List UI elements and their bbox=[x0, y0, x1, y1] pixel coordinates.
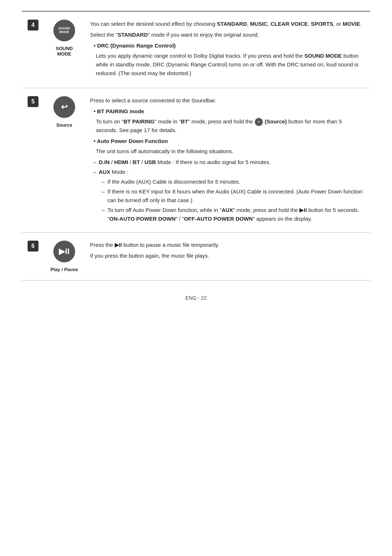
icon-label: SOUND MODE bbox=[50, 46, 78, 57]
row-number-badge: 5 bbox=[28, 96, 38, 107]
page-wrapper: 4SOUNDMODESOUND MODEYou can select the d… bbox=[22, 11, 370, 301]
sub-sub-list: If the Audio (AUX) Cable is disconnected… bbox=[107, 177, 364, 223]
playpause-icon: ▶II bbox=[59, 248, 69, 255]
content-paragraph: Press the ▶II button to pause a music fi… bbox=[90, 241, 364, 249]
sub-list: D.IN / HDMI / BT / USB Mode : If there i… bbox=[99, 158, 364, 176]
table-row: 5↩SourcePress to select a source connect… bbox=[22, 88, 370, 233]
row-number-cell: 6 bbox=[22, 233, 44, 281]
table-row: 6▶IIPlay / PausePress the ▶II button to … bbox=[22, 233, 370, 281]
icon-label: Source bbox=[50, 122, 78, 128]
bullet-item: DRC (Dynamic Range Control) bbox=[94, 41, 364, 50]
row-content-cell: Press the ▶II button to pause a music fi… bbox=[84, 233, 370, 281]
content-paragraph: Press to select a source connected to th… bbox=[90, 96, 364, 105]
sub-sub-list-item: If there is no KEY input for 8 hours whe… bbox=[107, 187, 364, 205]
row-content-cell: You can select the desired sound effect … bbox=[84, 11, 370, 88]
content-paragraph: To turn on "BT PAIRING" mode in "BT" mod… bbox=[96, 117, 364, 135]
row-number-badge: 6 bbox=[28, 241, 38, 252]
main-table: 4SOUNDMODESOUND MODEYou can select the d… bbox=[22, 11, 370, 281]
soundmode-icon: SOUNDMODE bbox=[58, 27, 70, 34]
row-icon-cell: SOUNDMODESOUND MODE bbox=[44, 11, 84, 88]
button-icon: ▶II bbox=[53, 241, 75, 262]
row-number-badge: 4 bbox=[28, 20, 38, 30]
source-icon: ↩ bbox=[61, 103, 68, 111]
button-icon: SOUNDMODE bbox=[53, 20, 75, 41]
content-paragraph: Select the "STANDARD" mode if you want t… bbox=[90, 30, 364, 39]
table-row: 4SOUNDMODESOUND MODEYou can select the d… bbox=[22, 11, 370, 88]
row-number-cell: 5 bbox=[22, 88, 44, 233]
icon-label: Play / Pause bbox=[50, 267, 78, 272]
page-footer: ENG - 22 bbox=[22, 295, 370, 301]
button-icon: ↩ bbox=[53, 96, 75, 118]
row-icon-cell: ↩Source bbox=[44, 88, 84, 233]
sub-sub-list-item: If the Audio (AUX) Cable is disconnected… bbox=[107, 177, 364, 186]
bullet-item: Auto Power Down Function bbox=[94, 137, 364, 146]
sub-sub-list-item: To turn off Auto Power Down function, wh… bbox=[107, 206, 364, 223]
content-paragraph: You can select the desired sound effect … bbox=[90, 20, 364, 28]
row-number-cell: 4 bbox=[22, 11, 44, 88]
content-paragraph: If you press the button again, the music… bbox=[90, 252, 364, 260]
content-paragraph: The unit turns off automatically in the … bbox=[96, 147, 364, 156]
footer-text: ENG - 22 bbox=[185, 295, 207, 301]
row-content-cell: Press to select a source connected to th… bbox=[84, 88, 370, 233]
content-paragraph: Lets you apply dynamic range control to … bbox=[96, 52, 364, 78]
bullet-item: BT PAIRING mode bbox=[94, 107, 364, 116]
sub-list-item: AUX Mode : bbox=[99, 168, 364, 176]
row-icon-cell: ▶IIPlay / Pause bbox=[44, 233, 84, 281]
sub-list-item: D.IN / HDMI / BT / USB Mode : If there i… bbox=[99, 158, 364, 167]
